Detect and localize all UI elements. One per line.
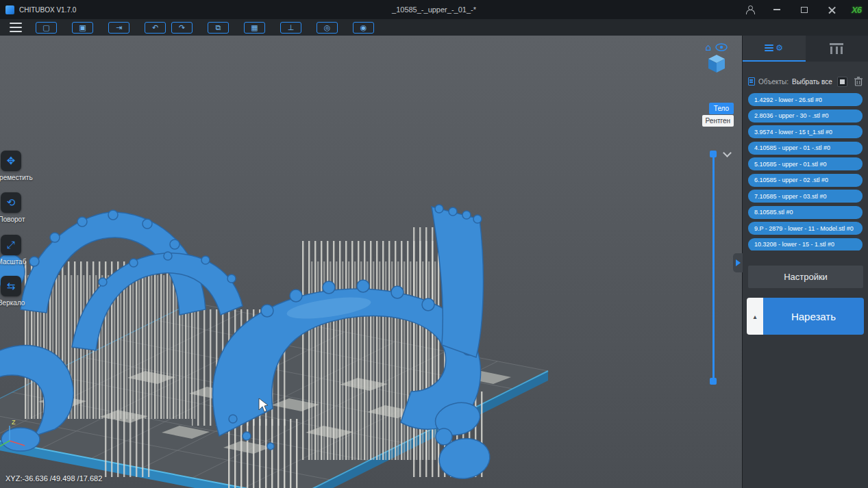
right-panel: ⚙ Объекты: Выбрать все — [742, 36, 868, 488]
app-name: CHITUBOX V1.7.0 — [19, 6, 76, 14]
object-row[interactable]: 8.10585.stl #0 — [748, 206, 863, 219]
tool-move-label: Переместить — [0, 174, 46, 181]
auto-layout-icon: ▦ — [251, 24, 258, 31]
objects-label: Объекты: — [758, 78, 789, 86]
minimize-button[interactable] — [769, 3, 784, 16]
objects-header: Объекты: Выбрать все — [748, 75, 863, 88]
tool-rotate-label: Поворот — [0, 216, 46, 223]
object-row[interactable]: 7.10585 - upper - 03.stl #0 — [748, 190, 863, 203]
settings-button[interactable]: Настройки — [748, 266, 863, 288]
panel-tabs: ⚙ — [743, 36, 868, 62]
mode-body-button[interactable]: Тело — [709, 103, 734, 114]
scene-3d: Z — [0, 36, 742, 488]
chitubox-window: CHITUBOX V1.7.0 _10585_-_upper_-_01_-* X… — [0, 0, 868, 488]
object-row[interactable]: 4.10585 - upper - 01 -.stl #0 — [748, 142, 863, 155]
clone-icon: ⧉ — [216, 24, 221, 31]
view-controls: ⌂ — [701, 42, 732, 77]
object-row[interactable]: 5.10585 - upper - 01.stl #0 — [748, 157, 863, 170]
toolbar-button-hollow[interactable]: ◎ — [317, 22, 338, 34]
mode-xray-button[interactable]: Рентген — [702, 115, 734, 127]
mirror-icon: ⇆ — [7, 280, 16, 292]
triangle-right-icon — [736, 259, 741, 266]
brand-badge: X6 — [852, 5, 861, 15]
visibility-eye-icon[interactable] — [715, 43, 728, 51]
toolbar-button-punch-hole[interactable]: ◉ — [353, 22, 374, 34]
account-button[interactable] — [742, 3, 757, 16]
document-title: _10585_-_upper_-_01_-* — [0, 5, 868, 14]
app-logo-icon — [5, 5, 14, 14]
viewport-3d[interactable]: Z ✥ Переместить ⟲ Поворот ⤢ Масштаб ⇆ Зе… — [0, 36, 742, 488]
hollow-icon: ◎ — [324, 24, 331, 31]
move-icon: ✥ — [7, 155, 16, 167]
tool-scale-label: Масштаб — [0, 258, 46, 266]
home-view-icon[interactable]: ⌂ — [706, 42, 712, 52]
tool-move[interactable]: ✥ Переместить — [1, 151, 23, 171]
toolbar-button-undo[interactable]: ↶ — [145, 22, 166, 34]
object-row[interactable]: 10.3208 - lower - 15 - 1.stl #0 — [748, 238, 863, 251]
toolbar: ▢ ▣ ⇥ ↶ ↷ ⧉ ▦ ⊥ ◎ ◉ — [0, 19, 868, 36]
panel-collapse-button[interactable] — [733, 253, 743, 272]
gear-icon: ⚙ — [776, 43, 783, 53]
tab-slice-settings[interactable]: ⚙ — [743, 36, 806, 62]
select-all-label: Выбрать все — [792, 78, 832, 86]
select-all-checkbox[interactable] — [837, 77, 847, 87]
object-row[interactable]: 6.10585 - upper - 02 .stl #0 — [748, 174, 863, 187]
tool-scale[interactable]: ⤢ Масштаб — [1, 235, 23, 255]
object-row[interactable]: 2.8036 - upper - 30 - .stl #0 — [748, 110, 863, 123]
tool-rotate[interactable]: ⟲ Поворот — [1, 192, 23, 213]
object-row[interactable]: 1.4292 - lower - 26.stl #0 — [748, 93, 863, 106]
view-cube-icon[interactable] — [706, 53, 727, 74]
toolbar-button-open-file[interactable]: ▢ — [36, 22, 57, 34]
save-file-icon: ▣ — [79, 24, 86, 31]
document-icon — [748, 77, 755, 86]
slice-row: ▴ Нарезать — [747, 298, 864, 335]
redo-icon: ↷ — [179, 24, 185, 31]
toolbar-button-redo[interactable]: ↷ — [171, 22, 193, 34]
toolbar-button-clone[interactable]: ⧉ — [208, 22, 229, 34]
delete-objects-button[interactable] — [854, 77, 863, 86]
slider-handle-bottom[interactable] — [710, 378, 717, 385]
open-file-icon: ▢ — [42, 24, 49, 31]
scale-icon: ⤢ — [7, 239, 15, 251]
export-file-icon: ⇥ — [116, 24, 122, 31]
slice-expand-button[interactable]: ▴ — [747, 298, 763, 335]
title-bar: CHITUBOX V1.7.0 _10585_-_upper_-_01_-* X… — [0, 0, 868, 19]
slider-handle-top[interactable] — [710, 151, 717, 157]
slice-button[interactable]: Нарезать — [763, 298, 864, 335]
layer-slider[interactable] — [710, 151, 717, 385]
user-icon — [745, 5, 754, 14]
object-row[interactable]: 9.P - 2879 - lower - 11 - Model.stl #0 — [748, 222, 863, 235]
trash-icon — [854, 77, 863, 86]
maximize-icon — [801, 7, 808, 13]
slider-track[interactable] — [712, 151, 715, 385]
punch-hole-icon: ◉ — [360, 24, 367, 31]
objects-list: 1.4292 - lower - 26.stl #0 2.8036 - uppe… — [748, 93, 863, 251]
tab-printer[interactable] — [806, 36, 868, 62]
undo-icon: ↶ — [152, 24, 158, 31]
toolbar-button-auto-layout[interactable]: ▦ — [244, 22, 265, 34]
svg-text:Z: Z — [12, 419, 16, 426]
tool-mirror-label: Зеркало — [0, 299, 46, 307]
minimize-icon — [773, 9, 780, 10]
maximize-button[interactable] — [797, 3, 812, 16]
object-row[interactable]: 3.9574 - lower - 15 t_1.stl #0 — [748, 125, 863, 138]
rotate-icon: ⟲ — [7, 196, 16, 209]
cursor-coordinates: XYZ:-36.636 /49.498 /17.682 — [5, 474, 102, 483]
render-mode-toggle: Тело Рентген — [702, 103, 734, 127]
menu-button[interactable] — [10, 23, 23, 32]
support-icon: ⊥ — [288, 24, 295, 31]
toolbar-button-save-file[interactable]: ▣ — [72, 22, 93, 34]
close-button[interactable] — [824, 3, 839, 16]
printer-icon — [830, 43, 843, 54]
layers-icon — [765, 44, 773, 51]
close-icon — [828, 6, 836, 14]
toolbar-button-export-file[interactable]: ⇥ — [108, 22, 129, 34]
toolbar-button-support[interactable]: ⊥ — [280, 22, 301, 34]
tool-mirror[interactable]: ⇆ Зеркало — [1, 276, 23, 296]
